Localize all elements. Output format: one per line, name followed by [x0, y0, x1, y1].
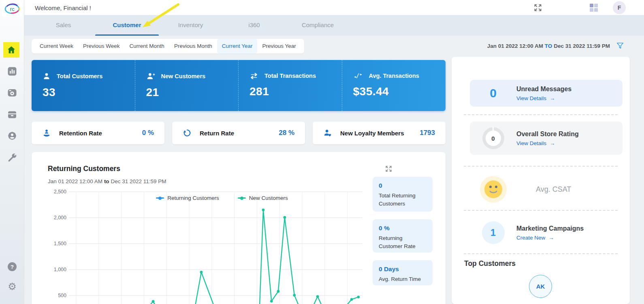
fullscreen-button[interactable]	[534, 4, 543, 13]
bar-chart-icon	[7, 66, 17, 76]
kpi-total-customers: Total Customers 33	[32, 60, 135, 111]
avg-csat-label: Avg. CSAT	[536, 185, 571, 194]
y-tick: 1,500	[47, 241, 66, 246]
active-tab-underline	[95, 34, 159, 36]
marketing-campaigns-row: 1 Marketing Campaigns Create New→	[470, 218, 623, 247]
unread-view-details-link[interactable]: View Details→	[516, 95, 571, 101]
sidebar-item-account[interactable]	[6, 130, 18, 141]
svg-text:rc: rc	[10, 6, 15, 12]
avg-csat-row: Avg. CSAT	[470, 173, 623, 205]
kpi-value: 33	[43, 86, 135, 99]
sidebar-item-settings[interactable]: ⚙	[6, 281, 18, 292]
store-rating-tile: 0 Overall Store Rating View Details→	[470, 122, 623, 155]
question-mark-icon: ?	[8, 262, 17, 271]
top-customers-heading: Top Customers	[464, 259, 516, 268]
grid-square	[594, 4, 598, 7]
divider	[464, 114, 618, 115]
tab-sales[interactable]: Sales	[32, 15, 95, 36]
arrow-right-icon: →	[550, 140, 555, 146]
tab-customer[interactable]: Customer	[95, 15, 159, 36]
expand-arrows-icon	[534, 4, 542, 12]
sidebar-item-analytics[interactable]	[6, 66, 18, 77]
chart-side-stats: 0 Total Returning Customers 0 % Returnin…	[373, 177, 433, 293]
period-current-year[interactable]: Current Year	[217, 39, 258, 54]
apps-grid-button[interactable]	[590, 4, 599, 13]
create-new-link[interactable]: Create New→	[516, 235, 584, 241]
period-previous-month[interactable]: Previous Month	[169, 39, 217, 54]
date-range-to: TO	[545, 43, 552, 49]
wrench-icon	[7, 152, 17, 162]
tab-inventory[interactable]: Inventory	[159, 15, 222, 36]
divider	[464, 253, 618, 254]
legend-marker-blue	[156, 197, 164, 199]
sidebar: rc	[0, 0, 24, 304]
y-tick: 2,000	[47, 215, 66, 221]
avg-return-time-stat: 0 Days Avg. Return Time	[373, 260, 433, 285]
csat-halo	[480, 176, 507, 203]
legend-returning-customers[interactable]: Returning Customers	[156, 195, 219, 201]
app-logo[interactable]: rc	[2, 0, 22, 17]
divider	[464, 166, 618, 167]
total-returning-customers-stat: 0 Total Returning Customers	[373, 177, 433, 212]
period-previous-year[interactable]: Previous Year	[257, 39, 301, 54]
loyalty-icon	[323, 128, 332, 137]
period-filter-bar: Current Week Previous Week Current Month…	[32, 39, 304, 54]
rating-donut: 0	[482, 127, 504, 149]
chart-expand-button[interactable]	[385, 165, 392, 174]
y-tick: 500	[47, 293, 66, 298]
marketing-campaigns-title: Marketing Campaigns	[516, 225, 584, 232]
expand-arrows-icon	[385, 165, 392, 172]
return-rate-value: 28 %	[279, 129, 294, 137]
kpi-value: 21	[146, 86, 239, 99]
new-loyalty-members-card: New Loyalty Members 1793	[313, 122, 446, 144]
new-loyalty-members-value: 1793	[420, 129, 435, 137]
y-tick: 1,000	[47, 267, 66, 272]
grid-square	[590, 4, 593, 7]
sidebar-item-home[interactable]	[3, 42, 19, 58]
unread-messages-title: Unread Messages	[516, 86, 571, 93]
avg-arrows-icon	[353, 72, 363, 79]
date-range: Jan 01 2022 12:00 AM TO Dec 31 2022 11:5…	[487, 41, 625, 50]
unread-messages-count: 0	[490, 86, 497, 100]
right-panel: 0 Unread Messages View Details→ 0 Overal…	[452, 57, 630, 304]
chart-title: Returning Customers	[48, 165, 120, 173]
top-customer-avatar[interactable]: AK	[529, 275, 552, 298]
arrow-right-icon: →	[550, 95, 555, 101]
user-settings-icon	[7, 131, 17, 141]
rating-view-details-link[interactable]: View Details→	[516, 140, 579, 146]
tab-compliance[interactable]: Compliance	[286, 15, 350, 36]
sidebar-item-help[interactable]: ?	[6, 261, 18, 272]
sidebar-item-media[interactable]	[6, 87, 18, 98]
legend-marker-green	[238, 197, 246, 199]
period-current-month[interactable]: Current Month	[125, 39, 169, 54]
grid-square	[590, 8, 593, 12]
tab-i360[interactable]: i360	[222, 15, 286, 36]
sidebar-item-tools[interactable]	[6, 152, 18, 163]
divider	[464, 210, 618, 211]
smiley-face-icon	[484, 180, 503, 199]
user-avatar[interactable]: F	[613, 1, 626, 14]
store-rating-title: Overall Store Rating	[516, 131, 579, 138]
return-icon	[183, 128, 192, 137]
retention-icon	[42, 128, 51, 137]
legend-new-customers[interactable]: New Customers	[238, 195, 288, 201]
kpi-value: $35.44	[353, 85, 446, 98]
period-current-week[interactable]: Current Week	[35, 39, 78, 54]
gear-icon: ⚙	[8, 282, 17, 291]
sidebar-item-inventory[interactable]	[6, 109, 18, 120]
y-tick: 2,500	[47, 189, 66, 195]
period-previous-week[interactable]: Previous Week	[78, 39, 125, 54]
tab-bar: Sales Customer Inventory i360 Compliance	[24, 15, 644, 36]
kpi-total-transactions: Total Transactions 281	[239, 60, 342, 111]
returning-customers-card: Returning Customers Jan 01 2022 12:00 AM…	[32, 152, 446, 304]
person-add-icon	[146, 72, 155, 80]
chart-legend: Returning Customers New Customers	[125, 195, 319, 201]
date-range-text[interactable]: Jan 01 2022 12:00 AM TO Dec 31 2022 11:5…	[487, 43, 610, 49]
grid-square	[594, 8, 598, 12]
filter-funnel-icon[interactable]	[616, 41, 625, 50]
marketing-campaigns-count: 1	[482, 221, 505, 244]
archive-box-icon	[7, 110, 17, 120]
metric-cards-row: Retention Rate 0 % Return Rate 28 % New …	[32, 122, 446, 144]
chart-subtitle: Jan 01 2022 12:00 AM to Dec 31 2022 11:5…	[48, 178, 166, 184]
unread-messages-tile: 0 Unread Messages View Details→	[470, 80, 623, 107]
